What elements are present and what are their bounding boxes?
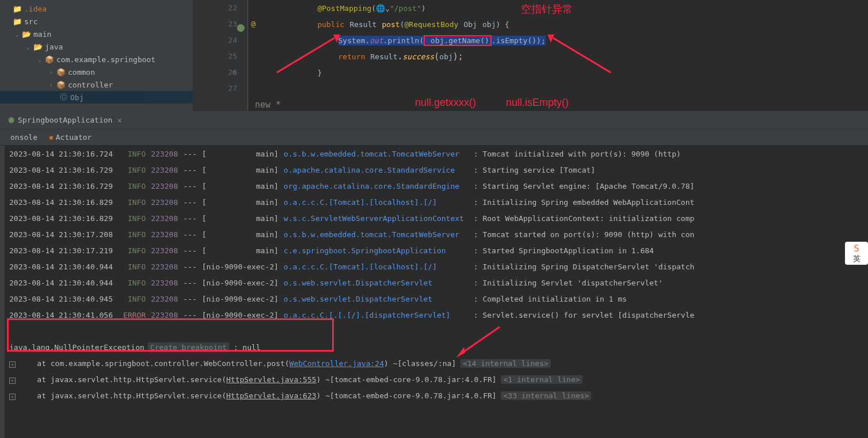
tree-item-common[interactable]: › 📦 common — [0, 66, 193, 78]
editor-gutter: 22 23⬤@ 24 25 26⊟ 27 — [193, 0, 248, 111]
tree-label: controller — [68, 81, 113, 89]
folded-frames[interactable]: <14 internal lines> — [460, 359, 551, 368]
log-line: 2023-08-14 21:30:16.829 INFO 223208 --- … — [5, 210, 868, 226]
tree-arrow-icon[interactable]: › — [47, 69, 55, 75]
tree-item-main[interactable]: ⌄ 📂 main — [0, 28, 193, 40]
tree-label: common — [68, 68, 95, 77]
code-line-23[interactable]: public Result post(@RequestBody Obj obj)… — [255, 16, 868, 32]
source-link[interactable]: HttpServlet.java:555 — [226, 375, 317, 384]
line-number: 22 — [193, 0, 237, 16]
create-breakpoint-button[interactable]: Create breakpoint — [148, 342, 229, 352]
spring-leaf-icon[interactable]: ⬤ — [237, 20, 245, 36]
fold-icon[interactable]: ⊟ — [233, 64, 236, 81]
code-editor[interactable]: 22 23⬤@ 24 25 26⊟ 27 @PostMapping(🌐⌄"/po… — [193, 0, 868, 111]
run-tab[interactable]: ⬢ SpringbootApplication × — [2, 111, 128, 130]
log-line: 2023-08-14 21:30:41.056 ERROR 223208 ---… — [5, 307, 868, 323]
tree-arrow-icon[interactable]: ⌄ — [36, 56, 44, 63]
line-number: 26⊟ — [193, 64, 237, 81]
actuator-tab[interactable]: ✱ Actuator — [43, 130, 97, 146]
folded-frames[interactable]: <33 internal lines> — [501, 391, 591, 400]
code-content[interactable]: @PostMapping(🌐⌄"/post") public Result po… — [248, 0, 868, 111]
line-number: 25 — [193, 48, 237, 64]
tree-label: src — [24, 17, 37, 26]
line-number: 23⬤@ — [193, 16, 237, 32]
spring-boot-icon: ⬢ — [8, 116, 14, 124]
stacktrace-line: + at com.example.springboot.controller.W… — [5, 355, 868, 371]
console-output[interactable]: 2023-08-14 21:30:16.724 INFO 223208 --- … — [0, 146, 868, 438]
tree-item-obj[interactable]: Ⓒ Obj — [0, 91, 193, 104]
exception-line[interactable]: java.lang.NullPointerExceptionCreate bre… — [5, 339, 868, 355]
actuator-icon: ✱ — [49, 133, 54, 142]
tree-item-src[interactable]: 📁 src — [0, 15, 193, 28]
close-icon[interactable]: × — [117, 116, 121, 125]
tree-label: java — [45, 43, 63, 51]
tree-item-package[interactable]: ⌄ 📦 com.example.springboot — [0, 53, 193, 66]
folder-icon: 📁 — [13, 4, 22, 13]
run-tab-bar: ⬢ SpringbootApplication × 空指针异常 — [0, 111, 868, 130]
log-line: 2023-08-14 21:30:16.724 INFO 223208 --- … — [5, 146, 868, 162]
tree-arrow-icon[interactable]: ⌄ — [13, 31, 21, 37]
log-line: 2023-08-14 21:30:16.729 INFO 223208 --- … — [5, 162, 868, 178]
annotation-null-get: null.getxxxx() — [415, 97, 476, 109]
tree-item-idea[interactable]: 📁 .idea — [0, 2, 193, 15]
exception-link[interactable]: NullPointerException — [54, 343, 144, 352]
tree-label: Obj — [70, 93, 83, 102]
tree-item-java[interactable]: ⌄ 📂 java — [0, 40, 193, 53]
expand-icon[interactable]: + — [9, 378, 16, 384]
tree-item-controller[interactable]: › 📦 controller — [0, 78, 193, 91]
source-link[interactable]: HttpServlet.java:623 — [226, 391, 317, 400]
console-toolbar: onsole ✱ Actuator — [0, 130, 868, 146]
stacktrace-line: + at javax.servlet.http.HttpServlet.serv… — [5, 371, 868, 387]
class-icon: Ⓒ — [59, 93, 68, 102]
stacktrace-line: + at javax.servlet.http.HttpServlet.serv… — [5, 387, 868, 403]
expand-icon[interactable]: + — [9, 394, 16, 400]
line-number: 24 — [193, 32, 237, 48]
tree-arrow-icon[interactable]: ⌄ — [24, 44, 32, 50]
code-line-27[interactable] — [255, 81, 868, 97]
folded-frames[interactable]: <1 internal line> — [501, 375, 582, 384]
annotation-null-empty: null.isEmpty() — [506, 97, 569, 109]
log-line: 2023-08-14 21:30:40.944 INFO 223208 --- … — [5, 258, 868, 275]
package-icon: 📦 — [56, 67, 66, 77]
log-line: 2023-08-14 21:30:16.729 INFO 223208 --- … — [5, 178, 868, 194]
log-line: 2023-08-14 21:30:40.944 INFO 223208 --- … — [5, 275, 868, 291]
sogou-icon: S — [854, 243, 859, 254]
annotation-npe: 空指针异常 — [521, 2, 573, 16]
empty-line — [5, 323, 868, 339]
log-line: 2023-08-14 21:30:17.208 INFO 223208 --- … — [5, 226, 868, 242]
globe-icon[interactable]: 🌐 — [376, 4, 385, 13]
project-tree[interactable]: 📁 .idea 📁 src ⌄ 📂 main ⌄ 📂 java ⌄ 📦 com.… — [0, 0, 193, 111]
log-line: 2023-08-14 21:30:16.829 INFO 223208 --- … — [5, 194, 868, 210]
expand-icon[interactable]: + — [9, 361, 16, 368]
tree-label: main — [33, 30, 51, 39]
tree-label: com.example.springboot — [56, 55, 155, 64]
source-folder-icon: 📂 — [33, 42, 43, 51]
log-line: 2023-08-14 21:30:40.945 INFO 223208 --- … — [5, 291, 868, 307]
package-icon: 📦 — [56, 80, 66, 89]
console-tab[interactable]: onsole — [5, 130, 43, 146]
tree-arrow-icon[interactable]: › — [47, 82, 55, 88]
ime-label: 英 — [853, 254, 861, 264]
log-line: 2023-08-14 21:30:17.219 INFO 223208 --- … — [5, 242, 868, 258]
line-number: 27 — [193, 81, 237, 97]
tab-title: SpringbootApplication — [18, 116, 112, 124]
package-icon: 📦 — [45, 55, 54, 64]
tree-label: .idea — [24, 5, 47, 13]
code-line-25[interactable]: return Result.success(obj); — [255, 48, 868, 64]
code-line-26[interactable]: } — [255, 64, 868, 81]
folder-icon: 📁 — [13, 17, 22, 26]
ime-indicator[interactable]: S 英 — [845, 242, 868, 265]
code-line-24[interactable]: System.out.println( obj.getName().isEmpt… — [255, 32, 868, 48]
folder-open-icon: 📂 — [22, 29, 31, 39]
source-link[interactable]: WebController.java:24 — [290, 359, 384, 368]
